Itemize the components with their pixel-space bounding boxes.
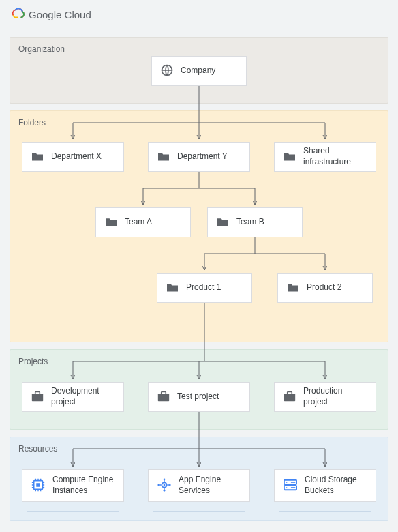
node-test-project: Test project <box>148 382 250 412</box>
node-cloud-storage: Cloud Storage Buckets <box>274 469 376 502</box>
svg-rect-8 <box>36 483 40 487</box>
node-label: Cloud Storage Buckets <box>305 475 367 496</box>
svg-rect-2 <box>35 391 40 394</box>
app-engine-icon <box>157 477 172 494</box>
decoration-line <box>27 505 119 507</box>
svg-point-12 <box>164 489 166 491</box>
svg-point-18 <box>286 487 288 488</box>
briefcase-icon <box>283 390 296 404</box>
node-label: Production project <box>303 386 367 407</box>
briefcase-icon <box>31 390 44 404</box>
node-label: Team A <box>125 217 152 228</box>
folder-icon <box>166 282 179 295</box>
node-label: Test project <box>177 391 219 402</box>
brand-word-1: Google <box>29 9 61 20</box>
google-cloud-logo-icon <box>10 7 25 22</box>
node-development-project: Development project <box>22 382 124 412</box>
cloud-storage-icon <box>283 478 298 494</box>
briefcase-icon <box>157 390 170 404</box>
section-label-organization: Organization <box>18 44 65 54</box>
svg-rect-20 <box>291 487 295 488</box>
folder-icon <box>31 151 44 164</box>
decoration-line <box>27 509 119 512</box>
folder-icon <box>283 151 296 164</box>
node-label: Shared infrastructure <box>303 146 367 167</box>
node-label: Department X <box>51 151 102 162</box>
node-company: Company <box>151 56 247 86</box>
folder-icon <box>286 282 300 295</box>
node-app-engine: App Engine Services <box>148 469 250 502</box>
node-product-1: Product 1 <box>157 273 252 303</box>
section-label-resources: Resources <box>18 444 57 454</box>
svg-point-17 <box>286 482 288 483</box>
node-team-b: Team B <box>207 207 303 237</box>
decoration-line <box>153 509 245 512</box>
svg-rect-19 <box>291 482 295 483</box>
svg-point-13 <box>157 484 159 486</box>
folder-icon <box>104 216 118 229</box>
folder-icon <box>157 151 170 164</box>
node-label: Team B <box>236 217 264 228</box>
node-department-y: Department Y <box>148 142 250 172</box>
node-department-x: Department X <box>22 142 124 172</box>
svg-point-10 <box>164 484 166 486</box>
decoration-line <box>153 505 245 507</box>
brand-header: Google Cloud <box>0 0 398 27</box>
svg-rect-4 <box>162 391 166 394</box>
node-product-2: Product 2 <box>277 273 373 303</box>
brand-word-2: Cloud <box>65 9 91 20</box>
decoration-line <box>279 505 371 507</box>
compute-engine-icon <box>31 477 46 494</box>
brand-text: Google Cloud <box>29 9 91 20</box>
node-label: Company <box>181 65 215 76</box>
node-compute-engine: Compute Engine Instances <box>22 469 124 502</box>
svg-point-14 <box>169 484 171 486</box>
section-label-projects: Projects <box>18 357 48 366</box>
node-production-project: Production project <box>274 382 376 412</box>
node-label: Compute Engine Instances <box>52 475 115 496</box>
node-label: Product 1 <box>186 282 221 293</box>
svg-point-11 <box>164 478 166 480</box>
node-label: Department Y <box>177 151 228 162</box>
node-label: Product 2 <box>307 282 341 293</box>
section-label-folders: Folders <box>18 118 46 128</box>
decoration-line <box>279 509 371 512</box>
node-team-a: Team A <box>95 207 191 237</box>
folder-icon <box>216 216 230 229</box>
node-label: Development project <box>51 386 115 407</box>
svg-rect-6 <box>288 391 292 394</box>
globe-icon <box>160 63 174 79</box>
node-label: App Engine Services <box>179 475 241 496</box>
node-shared-infrastructure: Shared infrastructure <box>274 142 376 172</box>
